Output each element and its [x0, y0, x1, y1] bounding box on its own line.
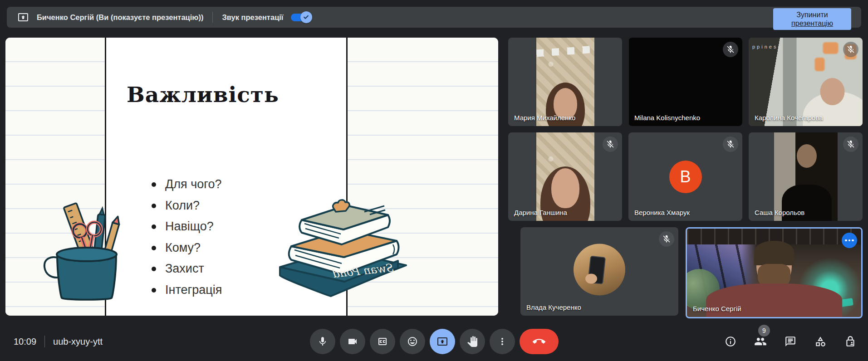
participant-tile-vlada[interactable]: Влада Кучеренко — [520, 227, 678, 316]
participant-count-badge: 9 — [758, 325, 770, 337]
reactions-smiley-icon — [407, 336, 418, 347]
participant-tile-sasha[interactable]: Саша Корольов — [749, 132, 863, 221]
chat-icon — [785, 336, 796, 347]
participant-name: Биченко Сергій — [693, 305, 741, 312]
captions-button[interactable] — [370, 329, 395, 354]
mic-off-icon — [603, 137, 618, 152]
reactions-button[interactable] — [400, 329, 425, 354]
participant-tile-maria[interactable]: Мария Михайленко — [508, 38, 622, 126]
slide-bullet-item: Для чого? — [150, 174, 222, 195]
slide-bullet-item: Інтеграція — [150, 279, 222, 301]
participant-avatar: В — [669, 161, 702, 193]
chat-button[interactable] — [784, 335, 797, 348]
avatar-letter: В — [680, 167, 691, 186]
side-panel-buttons: 9 — [724, 322, 857, 361]
presentation-top-bar: Биченко Сергій (Ви (показуєте презентаці… — [7, 7, 861, 28]
host-controls-lock-icon — [844, 336, 856, 347]
info-icon — [725, 336, 736, 347]
books-stack-illustration — [266, 178, 416, 298]
host-controls-button[interactable] — [843, 335, 857, 348]
raise-hand-icon — [467, 336, 478, 347]
more-options-button[interactable] — [490, 329, 515, 354]
participant-tile-veronika[interactable]: В Вероника Хмарук — [628, 132, 742, 221]
stationery-cup-illustration — [37, 191, 137, 304]
grid-row-3: Влада Кучеренко — [508, 227, 863, 318]
raise-hand-button[interactable] — [460, 329, 485, 354]
clock-time: 10:09 — [14, 337, 36, 347]
dot — [848, 239, 851, 242]
show-participants-button[interactable]: 9 — [754, 335, 767, 348]
google-meet-window: Биченко Сергій (Ви (показуєте презентаці… — [0, 0, 868, 361]
present-screen-button[interactable] — [430, 329, 455, 354]
person-silhouette — [820, 78, 844, 105]
present-screen-icon — [437, 336, 448, 347]
tile-more-options-button[interactable] — [842, 233, 857, 248]
present-screen-icon — [18, 12, 29, 23]
meeting-info: 10:09 uub-xyuy-ytt — [14, 322, 103, 361]
participant-name: Мария Михайленко — [514, 114, 575, 122]
person-silhouette — [551, 168, 579, 208]
activities-button[interactable] — [814, 335, 827, 348]
microphone-button[interactable] — [310, 329, 335, 354]
activities-icon — [814, 336, 826, 347]
grid-row-1: Мария Михайленко Milana Kolisnychenko pp… — [508, 38, 863, 126]
participant-name: Саша Корольов — [755, 209, 804, 216]
participants-grid: Мария Михайленко Milana Kolisnychenko pp… — [508, 38, 863, 316]
participant-name: Дарина Ганшина — [514, 209, 567, 216]
captions-icon — [377, 336, 388, 347]
slide-bullet-item: Кому? — [150, 237, 222, 259]
call-controls — [310, 329, 559, 354]
person-silhouette — [754, 241, 794, 265]
grid-row-2: Дарина Ганшина В Вероника Хмарук — [508, 132, 863, 221]
stop-presentation-button[interactable]: Зупинити презентацію — [773, 8, 851, 30]
camera-button[interactable] — [340, 329, 365, 354]
participant-tile-darina[interactable]: Дарина Ганшина — [508, 132, 622, 221]
presentation-audio-label: Звук презентації — [222, 13, 283, 22]
stop-presentation-line2: презентацію — [791, 20, 833, 27]
info-divider — [44, 336, 45, 347]
participant-name: Вероника Хмарук — [634, 209, 690, 216]
wall-lettering-shape — [823, 42, 838, 54]
meeting-code: uub-xyuy-ytt — [53, 337, 103, 347]
end-call-button[interactable] — [520, 329, 559, 354]
slide-bullet-item: Захист — [150, 258, 222, 279]
mic-off-icon — [843, 42, 858, 57]
dot — [852, 239, 854, 242]
mic-off-icon — [843, 137, 858, 152]
participant-name: Milana Kolisnychenko — [634, 114, 700, 122]
stop-presentation-line1: Зупинити — [796, 11, 828, 19]
presentation-audio-toggle[interactable] — [291, 13, 311, 22]
participant-video — [536, 38, 594, 126]
top-bar-divider — [212, 12, 213, 23]
microphone-icon — [317, 336, 328, 347]
participant-name: Каролина Кочегарова — [755, 114, 823, 122]
participant-video — [774, 132, 838, 221]
mic-off-icon — [723, 42, 738, 57]
more-options-icon — [497, 336, 508, 347]
wall-lettering-shape — [814, 58, 824, 71]
dot — [845, 239, 847, 242]
background-poster-text: ppiness — [752, 44, 782, 49]
participant-tile-milana[interactable]: Milana Kolisnychenko — [628, 38, 742, 126]
participant-tile-karolina[interactable]: ppiness Каролина Кочегарова — [749, 38, 863, 126]
mic-off-icon — [659, 231, 674, 247]
slide-bullet-item: Коли? — [150, 195, 222, 216]
presenter-status-label: Биченко Сергій (Ви (показуєте презентаці… — [37, 13, 203, 22]
toggle-thumb-check-icon — [300, 11, 312, 23]
person-silhouette — [585, 273, 597, 283]
meeting-bottom-bar: 10:09 uub-xyuy-ytt — [0, 322, 868, 361]
participant-video — [687, 229, 861, 317]
participant-tile-self[interactable]: Биченко Сергій — [686, 227, 863, 318]
participant-video — [536, 132, 594, 221]
shared-presentation-slide: Важливість Для чого? Коли? Навіщо? Кому?… — [5, 38, 498, 316]
wall-garland-decor — [536, 46, 594, 57]
meeting-details-button[interactable] — [724, 335, 737, 348]
slide-bullet-list: Для чого? Коли? Навіщо? Кому? Захист Інт… — [150, 174, 222, 300]
room-pillar — [783, 38, 796, 126]
slide-title: Важливість — [114, 82, 291, 107]
person-silhouette — [797, 144, 817, 168]
participant-video-circle — [574, 244, 625, 295]
people-icon — [754, 335, 767, 348]
end-call-icon — [533, 335, 545, 348]
mic-off-icon — [723, 137, 738, 152]
